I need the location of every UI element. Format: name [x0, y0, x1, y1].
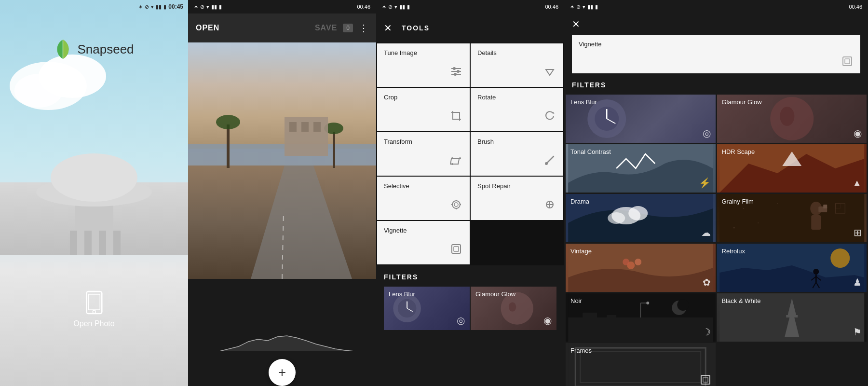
- p4-bw-icon: ⚑: [853, 326, 862, 338]
- save-count-badge: 0: [343, 24, 353, 32]
- p4-filter-retrolux[interactable]: Retrolux ♟: [717, 244, 867, 292]
- svg-point-79: [608, 212, 625, 224]
- menu-dots-icon[interactable]: ⋮: [359, 22, 368, 34]
- open-button[interactable]: OPEN: [196, 24, 219, 32]
- filter-lens-blur[interactable]: Lens Blur ◎: [384, 287, 470, 330]
- p4-hdr-scape-icon: ▲: [852, 178, 862, 189]
- bluetooth-icon: ✶: [138, 4, 143, 10]
- svg-point-47: [545, 162, 548, 165]
- save-area: SAVE 0 ⋮: [315, 22, 368, 34]
- p4-retrolux-label: Retrolux: [722, 248, 745, 255]
- svg-rect-25: [301, 122, 309, 132]
- brush-icon: [543, 153, 556, 167]
- p4-filter-grainy-film[interactable]: Grainy Film ⊞: [717, 194, 867, 242]
- tool-transform[interactable]: Transform: [377, 132, 470, 176]
- tool-spot-repair[interactable]: Spot Repair: [471, 177, 563, 220]
- status-bar-panel2: ✶ ⊘ ▾ ▮▮ ▮ 00:46: [188, 0, 376, 14]
- filters-label-p3: FILTERS: [384, 273, 556, 281]
- p4-filter-noir[interactable]: Noir ☽: [566, 293, 716, 342]
- p4-filter-black-white[interactable]: Black & White ⚑: [717, 293, 867, 342]
- noentry-icon-p3: ⊘: [388, 4, 393, 10]
- p4-filter-hdr-scape[interactable]: HDR Scape ▲: [717, 144, 867, 193]
- tune-icon: [449, 65, 463, 78]
- p4-filter-vintage[interactable]: Vintage ✿: [566, 244, 716, 292]
- open-photo-button[interactable]: Open Photo: [73, 290, 114, 328]
- close-tools-button[interactable]: ✕: [384, 22, 392, 34]
- tool-brush[interactable]: Brush: [471, 132, 563, 176]
- bt-icon-p4: ✶: [570, 4, 574, 10]
- p4-drama-label: Drama: [570, 198, 589, 205]
- panel4-header: ✕ Vignette: [564, 14, 868, 73]
- svg-rect-66: [845, 59, 850, 64]
- noentry-icon-p4: ⊘: [576, 4, 581, 10]
- svg-rect-15: [188, 42, 376, 149]
- tools-header: ✕ TOOLS: [376, 14, 564, 42]
- filters-grid-p3: Lens Blur ◎ Glamour Glow ◉: [384, 287, 556, 330]
- p4-lens-blur-icon: ◎: [703, 127, 711, 139]
- svg-point-94: [623, 259, 629, 265]
- panel-filters: ✶ ⊘ ▾ ▮▮ ▮ 00:46 ✕ Vignette FILTERS: [564, 0, 868, 386]
- add-tool-fab[interactable]: +: [269, 359, 296, 386]
- p4-filter-frames[interactable]: Frames: [566, 343, 716, 386]
- tools-grid: Tune Image Details: [376, 42, 564, 265]
- p4-tonal-contrast-icon: ⚡: [699, 177, 711, 189]
- p4-frames-label: Frames: [570, 347, 592, 354]
- spot-repair-icon: [543, 198, 556, 211]
- svg-rect-117: [703, 377, 708, 382]
- p4-filter-tonal-contrast[interactable]: Tonal Contrast ⚡: [566, 144, 716, 193]
- glamour-glow-icon: ◉: [543, 315, 552, 326]
- svg-point-64: [509, 302, 516, 311]
- battery-icon-p3: ▮: [407, 4, 410, 10]
- app-name: Snapseed: [77, 42, 134, 57]
- p4-filter-glamour-glow[interactable]: Glamour Glow ◉: [717, 95, 867, 143]
- battery-icon: ▮: [163, 4, 166, 10]
- tool-details[interactable]: Details: [471, 43, 563, 87]
- svg-rect-36: [453, 112, 460, 119]
- svg-point-14: [93, 310, 95, 313]
- tool-tune-image[interactable]: Tune Image: [377, 43, 470, 87]
- svg-rect-116: [701, 375, 710, 384]
- svg-marker-41: [553, 111, 555, 114]
- tool-selective[interactable]: Selective: [377, 177, 470, 220]
- tool-rotate[interactable]: Rotate: [471, 88, 563, 131]
- svg-point-93: [635, 259, 641, 265]
- svg-rect-57: [452, 245, 461, 253]
- vignette-tool-icon: [841, 55, 854, 68]
- svg-point-85: [743, 208, 744, 209]
- svg-point-3: [14, 74, 63, 108]
- p4-bw-label: Black & White: [722, 297, 761, 304]
- filter-glamour-glow-label: Glamour Glow: [475, 290, 515, 298]
- wifi-icon-p3: ▾: [394, 4, 397, 10]
- p4-filter-drama[interactable]: Drama ☁: [566, 194, 716, 242]
- transform-icon: [449, 153, 463, 167]
- tool-crop[interactable]: Crop: [377, 88, 470, 131]
- editor-header: OPEN SAVE 0 ⋮: [188, 14, 376, 42]
- svg-point-20: [216, 115, 240, 129]
- svg-line-46: [547, 156, 554, 163]
- close-filters-button[interactable]: ✕: [572, 18, 580, 30]
- svg-point-43: [451, 157, 453, 159]
- svg-point-45: [451, 163, 453, 165]
- p4-frames-icon: [700, 374, 711, 386]
- p4-filter-lens-blur[interactable]: Lens Blur ◎: [566, 95, 716, 143]
- svg-rect-8: [70, 231, 77, 255]
- svg-point-44: [459, 157, 461, 159]
- svg-point-87: [777, 203, 778, 204]
- svg-rect-10: [99, 231, 106, 255]
- svg-rect-19: [227, 124, 230, 168]
- histogram: [210, 332, 354, 351]
- filter-glamour-glow[interactable]: Glamour Glow ◉: [471, 287, 556, 330]
- tool-vignette[interactable]: Vignette: [377, 221, 470, 264]
- save-label[interactable]: SAVE: [315, 24, 337, 32]
- panel-tools: ✶ ⊘ ▾ ▮▮ ▮ 00:46 ✕ TOOLS Tune Image: [376, 0, 564, 386]
- logo-area: Snapseed: [54, 39, 134, 60]
- svg-point-97: [813, 269, 819, 275]
- svg-marker-28: [210, 336, 354, 351]
- battery-icon-p4: ▮: [595, 4, 598, 10]
- panel-editor: ✶ ⊘ ▾ ▮▮ ▮ 00:46 OPEN SAVE 0 ⋮: [188, 0, 376, 386]
- svg-point-78: [628, 206, 648, 221]
- p4-noir-label: Noir: [570, 297, 582, 304]
- p4-lens-blur-label: Lens Blur: [570, 98, 597, 106]
- vignette-tool-card[interactable]: Vignette: [572, 35, 860, 73]
- svg-rect-82: [811, 215, 821, 230]
